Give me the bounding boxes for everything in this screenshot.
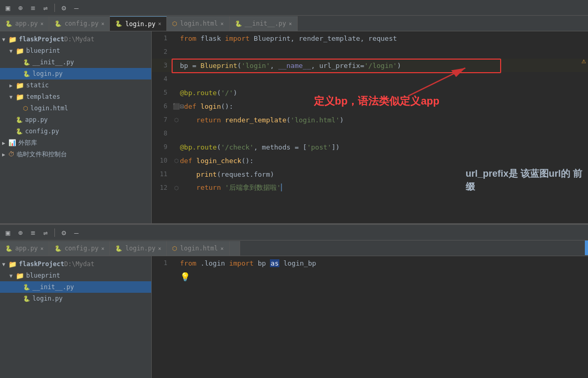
tree-blueprint[interactable]: ▼ 📁 blueprint — [0, 45, 151, 56]
code-line-12: 12 ⬡ return '后端拿到数据啦' — [152, 181, 588, 194]
py-icon: 🐍 — [5, 245, 13, 252]
tree-app-py[interactable]: ▶ 🐍 app.py — [0, 114, 151, 125]
tree-config-py[interactable]: ▶ 🐍 config.py — [0, 125, 151, 137]
minimize-icon[interactable]: — — [72, 228, 81, 237]
file-label: __init__.py — [32, 59, 74, 66]
tab-scroll-indicator — [585, 240, 588, 255]
tab-close-button[interactable]: × — [101, 246, 104, 251]
tree-external-libs[interactable]: ▶ 📊 外部库 — [0, 137, 151, 148]
top-main-area: ▼ 📁 flaskProject D:\Mydat ▼ 📁 blueprint … — [0, 31, 588, 223]
html-file-icon: ⬡ — [23, 105, 28, 112]
folder-icon: 📁 — [8, 260, 17, 268]
tree-project-root[interactable]: ▼ 📁 flaskProject D:\Mydat — [0, 258, 151, 270]
tab-login-html[interactable]: ⬡ login.html × — [167, 16, 229, 31]
line-content: from flask import Blueprint, render_temp… — [180, 35, 588, 42]
tab-config-py[interactable]: 🐍 config.py × — [49, 16, 110, 31]
tab-label: __init__.py — [245, 20, 286, 27]
line-number: 2 — [152, 48, 173, 55]
line-content: bp = Blueprint('login', __name__, url_pr… — [180, 62, 588, 70]
tab-init-py[interactable]: 🐍 __init__.py × — [230, 16, 298, 31]
tab-close-button[interactable]: × — [221, 246, 224, 251]
tab-close-button[interactable]: × — [40, 246, 43, 251]
expand-arrow: ▶ — [2, 140, 8, 146]
file-label: login.html — [30, 105, 68, 112]
tree-static[interactable]: ▶ 📁 static — [0, 79, 151, 91]
tab-close-button[interactable]: × — [158, 246, 161, 251]
bottom-code-editor[interactable]: 1 from .login import bp as login_bp 💡 — [152, 256, 588, 378]
tab-close-button[interactable]: × — [158, 21, 161, 27]
tab-bottom-config-py[interactable]: 🐍 config.py × — [49, 241, 110, 256]
project-path: D:\Mydat — [64, 260, 95, 268]
expand-arrow: ▼ — [9, 94, 16, 100]
html-icon: ⬡ — [172, 20, 177, 27]
tree-init-py-bottom[interactable]: ▶ 🐍 __init__.py — [0, 281, 151, 293]
py-file-icon: 🐍 — [23, 71, 30, 77]
file-label: __init__.py — [32, 283, 74, 291]
line-content: ⊡def login(): — [180, 102, 588, 110]
code-line-1: 1 from flask import Blueprint, render_te… — [152, 31, 588, 45]
list-icon[interactable]: ≡ — [28, 228, 38, 237]
line-content: return render_template('login.html') — [180, 116, 588, 124]
folder-icon: 📁 — [16, 272, 24, 280]
tree-templates[interactable]: ▼ 📁 templates — [0, 91, 151, 102]
add-icon[interactable]: ⊕ — [16, 228, 25, 237]
settings-icon[interactable]: ⚙ — [59, 3, 69, 13]
tree-login-py[interactable]: ▶ 🐍 login.py — [0, 68, 151, 79]
file-label: app.py — [25, 116, 48, 123]
code-line-2: 2 — [152, 45, 588, 59]
line-number: 12 — [152, 184, 173, 191]
bottom-code-line-2: 💡 — [152, 270, 588, 283]
tree-login-html[interactable]: ▶ ⬡ login.html — [0, 102, 151, 114]
bulb-icon[interactable]: 💡 — [180, 272, 190, 282]
tab-bottom-login-html[interactable]: ⬡ login.html × — [167, 241, 229, 256]
expand-arrow: ▼ — [9, 48, 16, 54]
folder-icon: ⏱ — [8, 151, 15, 158]
list-icon[interactable]: ≡ — [28, 3, 38, 13]
tree-project-root[interactable]: ▼ 📁 flaskProject D:\Mydat — [0, 33, 151, 45]
tree-init-py[interactable]: ▶ 🐍 __init__.py — [0, 56, 151, 68]
divider — [54, 228, 55, 237]
line-content: @bp.route('/check', methods = ['post']) — [180, 143, 588, 151]
bottom-panel: ▣ ⊕ ≡ ⇌ ⚙ — 🐍 app.py × 🐍 config.py × 🐍 l… — [0, 225, 588, 378]
file-label: config.py — [25, 128, 59, 135]
tab-label: login.py — [125, 245, 155, 252]
folder-icon: 📊 — [8, 139, 16, 146]
line-marker: ⬡ — [173, 158, 180, 164]
tab-app-py[interactable]: 🐍 app.py × — [0, 16, 49, 31]
py-icon: 🐍 — [235, 20, 242, 27]
tab-bottom-extra[interactable] — [230, 241, 240, 256]
tab-bottom-login-py[interactable]: 🐍 login.py × — [110, 241, 167, 256]
file-label: login.py — [32, 295, 63, 302]
tab-login-py[interactable]: 🐍 login.py × — [110, 16, 167, 31]
split-icon[interactable]: ⇌ — [41, 228, 50, 237]
project-label: flaskProject — [19, 36, 64, 43]
bottom-tab-bar: 🐍 app.py × 🐍 config.py × 🐍 login.py × ⬡ … — [0, 240, 588, 256]
split-icon[interactable]: ⇌ — [41, 3, 50, 13]
tree-login-py-bottom[interactable]: ▶ 🐍 login.py — [0, 293, 151, 304]
window-icon[interactable]: ▣ — [3, 228, 13, 237]
tab-close-button[interactable]: × — [101, 21, 104, 27]
tree-scratch[interactable]: ▶ ⏱ 临时文件和控制台 — [0, 148, 151, 160]
line-number: 5 — [152, 89, 173, 96]
bottom-toolbar: ▣ ⊕ ≡ ⇌ ⚙ — — [0, 225, 588, 240]
settings-icon[interactable]: ⚙ — [59, 228, 69, 237]
minimize-icon[interactable]: — — [72, 3, 81, 13]
code-line-10: 10 ⬡ def login_check(): — [152, 154, 588, 167]
tab-bottom-app-py[interactable]: 🐍 app.py × — [0, 241, 49, 256]
tab-label: app.py — [15, 20, 38, 27]
py-icon: 🐍 — [115, 20, 122, 27]
window-icon[interactable]: ▣ — [3, 3, 13, 13]
tree-blueprint[interactable]: ▼ 📁 blueprint — [0, 270, 151, 281]
top-code-editor[interactable]: 1 from flask import Blueprint, render_te… — [152, 31, 588, 223]
folder-icon: 📁 — [8, 36, 17, 43]
tab-label: login.html — [180, 245, 218, 252]
tab-close-button[interactable]: × — [40, 21, 43, 27]
expand-arrow: ▼ — [2, 261, 8, 267]
tab-close-button[interactable]: × — [221, 21, 224, 27]
tab-close-button[interactable]: × — [289, 21, 292, 27]
add-icon[interactable]: ⊕ — [16, 3, 25, 13]
py-icon: 🐍 — [54, 245, 62, 252]
file-label: login.py — [32, 70, 63, 77]
folder-label: 外部库 — [18, 139, 37, 147]
folder-icon: 📁 — [16, 82, 24, 89]
